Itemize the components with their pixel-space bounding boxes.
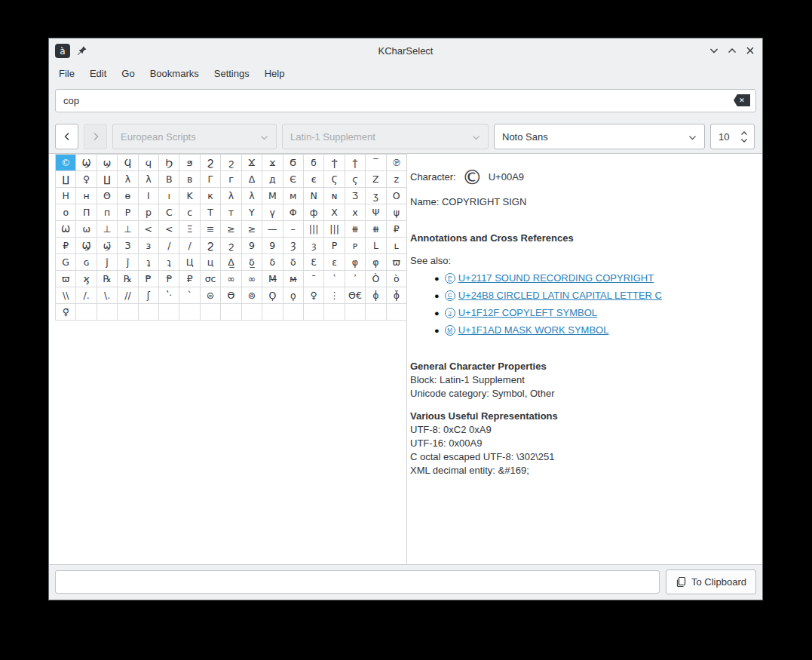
char-cell[interactable]: ₽ — [387, 221, 407, 238]
char-cell[interactable]: M̶ — [262, 271, 283, 287]
char-cell[interactable]: З — [118, 238, 138, 254]
char-cell[interactable]: ʇ — [159, 254, 179, 271]
char-cell[interactable]: ɴ — [324, 188, 345, 204]
char-cell[interactable]: д — [262, 171, 283, 188]
char-cell[interactable]: Ȝ — [283, 238, 304, 254]
char-cell[interactable]: λ — [118, 171, 138, 188]
char-cell[interactable]: ĵ — [118, 254, 138, 271]
char-cell[interactable]: ∞ — [242, 271, 262, 287]
panel-divider[interactable] — [406, 154, 407, 564]
forward-button[interactable] — [84, 124, 107, 149]
char-cell[interactable]: ⊜ — [201, 287, 221, 304]
menu-item-go[interactable]: Go — [114, 63, 142, 84]
close-button[interactable] — [744, 45, 756, 57]
char-cell[interactable]: P — [118, 204, 138, 221]
char-cell[interactable]: Ϩ — [201, 155, 221, 171]
char-cell[interactable]: / — [159, 238, 179, 254]
char-cell[interactable]: ϕ̇ — [366, 287, 386, 304]
char-cell[interactable]: з — [139, 238, 159, 254]
char-cell[interactable]: Ϙ — [262, 287, 283, 304]
char-cell[interactable]: Ϯ — [324, 155, 345, 171]
menu-item-edit[interactable]: Edit — [82, 63, 114, 84]
char-cell[interactable]: ϭ — [304, 155, 324, 171]
spin-down-icon[interactable] — [740, 138, 748, 143]
char-cell[interactable]: C — [159, 204, 179, 221]
cross-reference-link[interactable]: CU+24B8 CIRCLED LATIN CAPITAL LETTER C — [445, 289, 662, 302]
char-cell[interactable]: ψ — [387, 204, 407, 221]
char-cell[interactable]: ц — [201, 254, 221, 271]
char-cell[interactable]: Γ — [201, 171, 221, 188]
spin-up-icon[interactable] — [740, 131, 748, 136]
char-cell[interactable]: ϩ — [221, 155, 241, 171]
char-cell[interactable]: Θ€ — [345, 287, 366, 304]
char-cell[interactable]: ʇ — [139, 254, 159, 271]
char-cell[interactable]: ϕ̈ — [387, 287, 407, 304]
char-cell[interactable]: м̶ — [283, 271, 304, 287]
char-cell[interactable]: P — [324, 238, 345, 254]
cross-reference-link[interactable]: PU+2117 SOUND RECORDING COPYRIGHT — [445, 272, 654, 285]
char-cell[interactable]: /. — [76, 287, 97, 304]
char-cell[interactable]: B — [159, 171, 179, 188]
to-clipboard-button[interactable]: To Clipboard — [666, 569, 756, 594]
category-select[interactable]: European Scripts — [112, 124, 277, 149]
char-cell[interactable]: Ϣ̈ — [76, 238, 97, 254]
cross-reference-link[interactable]: MU+1F1AD MASK WORK SYMBOL — [445, 324, 609, 337]
char-cell[interactable]: Ò — [366, 271, 386, 287]
char-cell[interactable]: ϫ — [262, 155, 283, 171]
char-cell[interactable]: ɛ — [324, 254, 345, 271]
char-cell[interactable]: δ — [262, 254, 283, 271]
char-cell[interactable]: Ψ — [366, 204, 386, 221]
char-cell[interactable]: ᴘ — [345, 238, 366, 254]
char-cell[interactable]: λ — [139, 171, 159, 188]
char-cell[interactable]: г — [221, 171, 241, 188]
char-cell[interactable]: o — [56, 204, 76, 221]
char-cell[interactable]: с — [179, 204, 200, 221]
char-cell[interactable]: ᾿ — [345, 271, 366, 287]
char-cell[interactable]: φ — [366, 254, 386, 271]
char-cell[interactable]: Ϧ — [159, 155, 179, 171]
clipboard-text-input[interactable] — [55, 570, 660, 594]
char-cell[interactable]: z — [387, 171, 407, 188]
char-cell[interactable]: ϩ — [221, 238, 241, 254]
char-cell[interactable]: ≥ — [221, 221, 241, 238]
char-cell[interactable]: ϖ — [56, 271, 76, 287]
char-cell[interactable]: Ϥ — [118, 155, 138, 171]
char-cell[interactable]: р — [139, 204, 159, 221]
char-cell[interactable]: ⋮ — [324, 287, 345, 304]
menu-item-file[interactable]: File — [51, 63, 82, 84]
char-cell[interactable]: H — [56, 188, 76, 204]
char-cell[interactable]: φ — [345, 254, 366, 271]
char-cell[interactable]: ϗ — [76, 271, 97, 287]
char-cell[interactable]: Φ — [283, 204, 304, 221]
char-cell[interactable]: ≡ — [201, 221, 221, 238]
char-cell[interactable]: G — [56, 254, 76, 271]
char-cell[interactable]: Ʒ — [345, 188, 366, 204]
menu-item-bookmarks[interactable]: Bookmarks — [142, 63, 207, 84]
char-cell[interactable]: к — [201, 188, 221, 204]
char-cell[interactable]: ⊚ — [242, 287, 262, 304]
char-cell[interactable]: п — [97, 204, 118, 221]
char-cell[interactable]: ♀ — [76, 171, 97, 188]
char-cell[interactable]: ѳ — [118, 188, 138, 204]
char-cell[interactable]: Ϩ — [201, 238, 221, 254]
pin-icon[interactable] — [76, 45, 87, 57]
char-cell[interactable]: Ц — [179, 254, 200, 271]
char-cell[interactable]: ♀̈ — [56, 304, 76, 321]
char-cell[interactable]: λ — [221, 188, 241, 204]
minimize-button[interactable] — [708, 45, 720, 57]
char-cell[interactable]: N — [304, 188, 324, 204]
char-cell[interactable]: ♀ — [304, 287, 324, 304]
char-cell[interactable]: // — [118, 287, 138, 304]
char-cell[interactable]: ℞ — [97, 271, 118, 287]
char-cell[interactable]: Є — [283, 171, 304, 188]
char-cell[interactable]: σϲ — [201, 271, 221, 287]
char-cell[interactable]: ϣ̈ — [97, 238, 118, 254]
font-select[interactable]: Noto Sans — [494, 124, 705, 149]
char-cell[interactable]: 9 — [242, 238, 262, 254]
char-cell[interactable]: ʃ — [139, 287, 159, 304]
char-cell[interactable]: ⊥ — [97, 221, 118, 238]
char-cell[interactable]: / — [179, 238, 200, 254]
char-cell[interactable]: ‾ — [366, 155, 386, 171]
search-input[interactable] — [55, 89, 756, 112]
char-cell[interactable]: – — [283, 221, 304, 238]
